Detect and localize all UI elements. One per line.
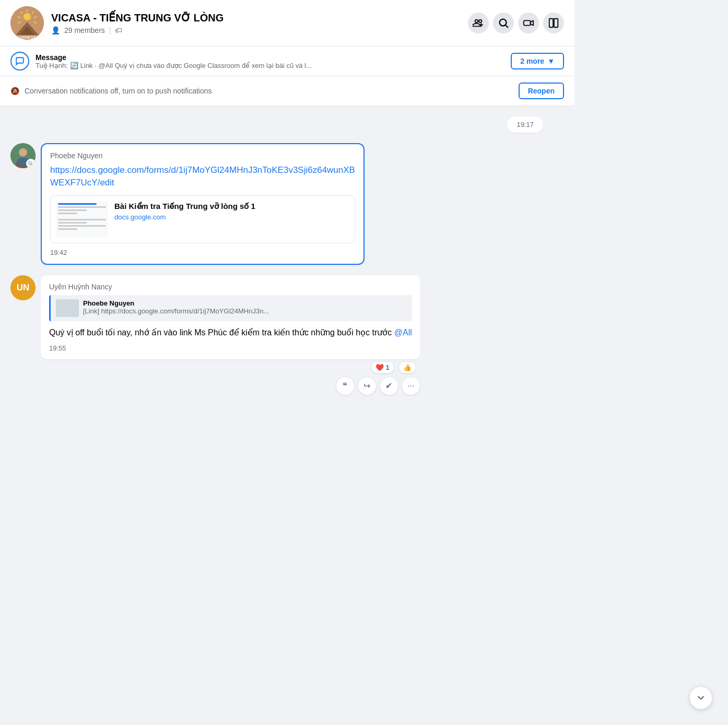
preview-title: Message [36,53,504,62]
link-preview-title: Bài Kiểm tra Tiếng Trung vỡ lòng số 1 [114,201,349,212]
message-row-nancy: UN Uyên Huỳnh Nancy Phoebe Nguyen [Link]… [10,275,420,395]
notification-bar: 🔕 Conversation notifications off, turn o… [0,76,574,106]
message-body-text: Quý vị off buổi tối nay, nhớ ấn vào link… [49,328,394,337]
quoted-content: Phoebe Nguyen [Link] https://docs.google… [83,299,407,315]
message-sender-nancy: Uyên Huỳnh Nancy [49,283,412,291]
quoted-sender: Phoebe Nguyen [83,299,407,307]
reopen-button[interactable]: Reopen [519,83,564,99]
heart-reaction[interactable]: ❤️ 1 [371,361,394,373]
preview-content: Message Tuệ Hạnh: 🔄 Link · @All Quý vị c… [36,53,504,69]
timestamp-1917: 19:17 [516,121,534,128]
add-member-button[interactable] [468,13,489,33]
ellipsis-icon: ··· [407,381,414,391]
video-call-button[interactable] [518,13,539,33]
svg-point-1 [24,13,31,20]
link-preview-info: Bài Kiểm tra Tiếng Trung vỡ lòng số 1 do… [114,201,349,221]
preview-sender: Tuệ Hạnh: [36,62,68,69]
quoted-thumbnail [56,299,79,317]
preview-body: Link · @All Quý vị chưa vào được Google … [80,62,312,69]
message-preview-bar: Message Tuệ Hạnh: 🔄 Link · @All Quý vị c… [0,46,574,76]
check-button[interactable]: ✔ [380,377,398,395]
header-actions [468,13,564,33]
svg-point-21 [19,148,27,156]
reaction-count: 1 [386,364,390,371]
time-label: 19:17 [507,116,543,133]
tag-icon: 🏷 [115,26,122,34]
link-preview[interactable]: Bài Kiểm tra Tiếng Trung vỡ lòng số 1 do… [50,195,355,243]
person-icon: 👤 [51,26,60,34]
quote-button[interactable]: ❝ [336,377,355,395]
quote-icon: ❝ [343,381,347,391]
group-name: VICASA - TIẾNG TRUNG VỠ LÒNG [51,11,461,24]
action-buttons: ❝ ↪ ✔ ··· [41,377,420,395]
meta-divider: | [109,26,111,34]
avatar: 🔍 [10,143,36,168]
message-bubble-phoebe: Phoebe Nguyen https://docs.google.com/fo… [41,143,365,265]
message-sender: Phoebe Nguyen [50,151,355,160]
preview-text: Tuệ Hạnh: 🔄 Link · @All Quý vị chưa vào … [36,62,504,69]
message-row: 🔍 Phoebe Nguyen https://docs.google.com/… [10,143,564,265]
search-button[interactable] [493,13,514,33]
svg-line-13 [506,25,508,27]
heart-emoji: ❤️ [375,364,384,371]
reply-icon: ↪ [363,381,370,391]
preview-chat-icon [10,52,29,71]
notification-message: Conversation notifications off, turn on … [25,87,212,95]
google-forms-link[interactable]: https://docs.google.com/forms/d/1ij7MoYG… [50,164,355,189]
quoted-text: [Link] https://docs.google.com/forms/d/1… [83,307,355,315]
avatar-badge-search: 🔍 [26,159,36,168]
group-avatar: CHINESE [10,6,44,40]
refresh-icon: 🔄 [70,62,78,69]
message-timestamp: 19:42 [50,249,355,256]
svg-rect-16 [549,19,553,28]
check-icon: ✔ [385,381,392,391]
link-preview-thumbnail [56,201,108,238]
quoted-message: Phoebe Nguyen [Link] https://docs.google… [49,295,412,321]
svg-marker-15 [531,20,534,25]
link-preview-domain: docs.google.com [114,213,349,221]
avatar-initials: UN [10,275,36,300]
like-reaction[interactable]: 👍 [398,361,416,373]
svg-rect-14 [524,20,531,25]
chat-header: CHINESE VICASA - TIẾNG TRUNG VỠ LÒNG 👤 2… [0,0,574,46]
svg-rect-17 [554,19,558,28]
svg-text:CHINESE: CHINESE [18,36,37,39]
message-bubble-nancy: Uyên Huỳnh Nancy Phoebe Nguyen [Link] ht… [41,275,420,359]
thumbs-up-icon: 👍 [403,364,412,371]
members-count: 29 members [64,26,105,34]
group-info: VICASA - TIẾNG TRUNG VỠ LÒNG 👤 29 member… [51,11,461,34]
more-actions-button[interactable]: ··· [402,377,420,395]
bell-muted-icon: 🔕 [10,87,19,95]
more-button[interactable]: 2 more ▼ [511,53,564,69]
mention-all: @All [394,328,412,337]
notification-text: 🔕 Conversation notifications off, turn o… [10,87,212,95]
chevron-down-icon: ▼ [547,57,555,65]
layout-button[interactable] [543,13,564,33]
message-body: Quý vị off buổi tối nay, nhớ ấn vào link… [49,326,412,339]
more-button-label: 2 more [520,57,544,65]
reply-button[interactable]: ↪ [358,377,377,395]
avatar-nancy: UN [10,275,36,300]
message-timestamp-nancy: 19:55 [49,344,412,352]
chat-area: 19:17 🔍 Phoebe Nguyen https://docs.googl… [0,106,574,406]
group-meta: 👤 29 members | 🏷 [51,26,461,34]
